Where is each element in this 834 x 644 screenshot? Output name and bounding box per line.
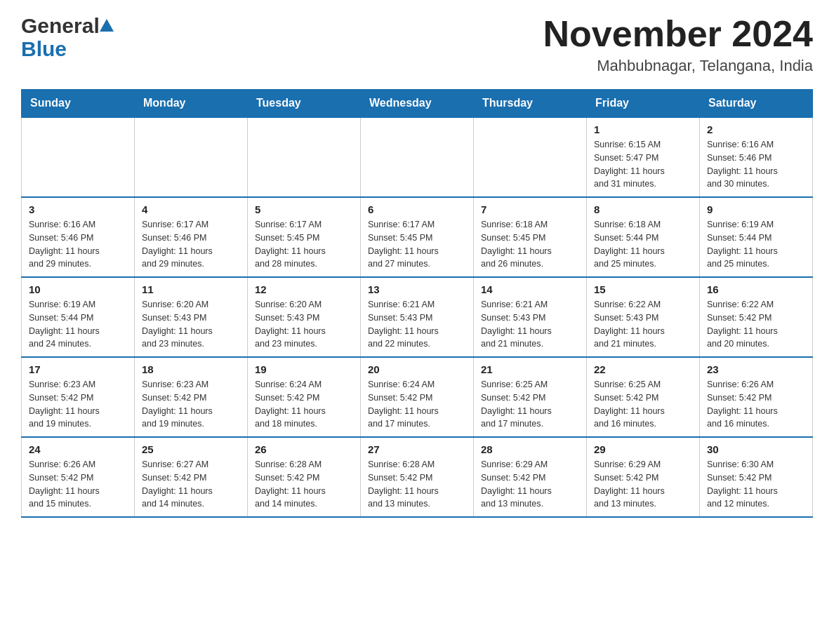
day-number: 11 [142, 283, 240, 295]
day-info: Sunrise: 6:16 AMSunset: 5:46 PMDaylight:… [29, 218, 127, 271]
svg-marker-0 [100, 19, 114, 32]
calendar-cell: 26Sunrise: 6:28 AMSunset: 5:42 PMDayligh… [248, 437, 361, 517]
calendar-cell: 13Sunrise: 6:21 AMSunset: 5:43 PMDayligh… [361, 277, 474, 357]
calendar-cell: 10Sunrise: 6:19 AMSunset: 5:44 PMDayligh… [22, 277, 135, 357]
day-info: Sunrise: 6:22 AMSunset: 5:43 PMDaylight:… [594, 298, 692, 351]
day-number: 18 [142, 363, 240, 375]
weekday-header-monday: Monday [135, 90, 248, 118]
weekday-header-row: SundayMondayTuesdayWednesdayThursdayFrid… [22, 90, 813, 118]
day-number: 14 [481, 283, 579, 295]
day-number: 6 [368, 203, 466, 215]
day-number: 13 [368, 283, 466, 295]
calendar-cell: 1Sunrise: 6:15 AMSunset: 5:47 PMDaylight… [587, 117, 700, 197]
day-info: Sunrise: 6:29 AMSunset: 5:42 PMDaylight:… [481, 458, 579, 511]
calendar-cell [22, 117, 135, 197]
calendar-cell: 28Sunrise: 6:29 AMSunset: 5:42 PMDayligh… [474, 437, 587, 517]
calendar-week-row: 3Sunrise: 6:16 AMSunset: 5:46 PMDaylight… [22, 197, 813, 277]
day-info: Sunrise: 6:29 AMSunset: 5:42 PMDaylight:… [594, 458, 692, 511]
calendar-cell: 16Sunrise: 6:22 AMSunset: 5:42 PMDayligh… [700, 277, 813, 357]
day-info: Sunrise: 6:17 AMSunset: 5:46 PMDaylight:… [142, 218, 240, 271]
calendar-cell: 24Sunrise: 6:26 AMSunset: 5:42 PMDayligh… [22, 437, 135, 517]
weekday-header-thursday: Thursday [474, 90, 587, 118]
day-info: Sunrise: 6:17 AMSunset: 5:45 PMDaylight:… [255, 218, 353, 271]
calendar-cell: 19Sunrise: 6:24 AMSunset: 5:42 PMDayligh… [248, 357, 361, 437]
calendar-cell: 27Sunrise: 6:28 AMSunset: 5:42 PMDayligh… [361, 437, 474, 517]
day-number: 27 [368, 443, 466, 455]
day-info: Sunrise: 6:26 AMSunset: 5:42 PMDaylight:… [29, 458, 127, 511]
day-number: 28 [481, 443, 579, 455]
day-number: 12 [255, 283, 353, 295]
day-number: 3 [29, 203, 127, 215]
calendar-cell: 9Sunrise: 6:19 AMSunset: 5:44 PMDaylight… [700, 197, 813, 277]
day-info: Sunrise: 6:28 AMSunset: 5:42 PMDaylight:… [368, 458, 466, 511]
day-number: 22 [594, 363, 692, 375]
day-info: Sunrise: 6:20 AMSunset: 5:43 PMDaylight:… [142, 298, 240, 351]
day-info: Sunrise: 6:16 AMSunset: 5:46 PMDaylight:… [707, 138, 805, 191]
day-number: 25 [142, 443, 240, 455]
calendar-cell: 7Sunrise: 6:18 AMSunset: 5:45 PMDaylight… [474, 197, 587, 277]
calendar-cell: 3Sunrise: 6:16 AMSunset: 5:46 PMDaylight… [22, 197, 135, 277]
day-info: Sunrise: 6:28 AMSunset: 5:42 PMDaylight:… [255, 458, 353, 511]
calendar-cell: 20Sunrise: 6:24 AMSunset: 5:42 PMDayligh… [361, 357, 474, 437]
weekday-header-wednesday: Wednesday [361, 90, 474, 118]
day-info: Sunrise: 6:15 AMSunset: 5:47 PMDaylight:… [594, 138, 692, 191]
title-section: November 2024 Mahbubnagar, Telangana, In… [543, 14, 813, 75]
calendar-week-row: 17Sunrise: 6:23 AMSunset: 5:42 PMDayligh… [22, 357, 813, 437]
calendar-cell: 5Sunrise: 6:17 AMSunset: 5:45 PMDaylight… [248, 197, 361, 277]
calendar-cell [135, 117, 248, 197]
calendar-week-row: 1Sunrise: 6:15 AMSunset: 5:47 PMDaylight… [22, 117, 813, 197]
calendar-cell: 21Sunrise: 6:25 AMSunset: 5:42 PMDayligh… [474, 357, 587, 437]
day-number: 29 [594, 443, 692, 455]
weekday-header-saturday: Saturday [700, 90, 813, 118]
logo: General Blue [21, 14, 114, 61]
logo-blue-text: Blue [21, 37, 67, 60]
calendar-cell: 14Sunrise: 6:21 AMSunset: 5:43 PMDayligh… [474, 277, 587, 357]
day-number: 30 [707, 443, 805, 455]
calendar-cell: 29Sunrise: 6:29 AMSunset: 5:42 PMDayligh… [587, 437, 700, 517]
day-number: 1 [594, 123, 692, 135]
day-number: 26 [255, 443, 353, 455]
day-info: Sunrise: 6:18 AMSunset: 5:44 PMDaylight:… [594, 218, 692, 271]
calendar-week-row: 10Sunrise: 6:19 AMSunset: 5:44 PMDayligh… [22, 277, 813, 357]
calendar-table: SundayMondayTuesdayWednesdayThursdayFrid… [21, 89, 813, 518]
day-info: Sunrise: 6:26 AMSunset: 5:42 PMDaylight:… [707, 378, 805, 431]
month-title: November 2024 [543, 14, 813, 54]
day-info: Sunrise: 6:22 AMSunset: 5:42 PMDaylight:… [707, 298, 805, 351]
calendar-cell: 30Sunrise: 6:30 AMSunset: 5:42 PMDayligh… [700, 437, 813, 517]
day-number: 9 [707, 203, 805, 215]
day-number: 7 [481, 203, 579, 215]
day-number: 21 [481, 363, 579, 375]
calendar-cell: 18Sunrise: 6:23 AMSunset: 5:42 PMDayligh… [135, 357, 248, 437]
day-info: Sunrise: 6:25 AMSunset: 5:42 PMDaylight:… [594, 378, 692, 431]
day-info: Sunrise: 6:21 AMSunset: 5:43 PMDaylight:… [481, 298, 579, 351]
calendar-cell [248, 117, 361, 197]
day-info: Sunrise: 6:19 AMSunset: 5:44 PMDaylight:… [707, 218, 805, 271]
day-number: 23 [707, 363, 805, 375]
location-text: Mahbubnagar, Telangana, India [543, 57, 813, 75]
day-info: Sunrise: 6:19 AMSunset: 5:44 PMDaylight:… [29, 298, 127, 351]
day-info: Sunrise: 6:18 AMSunset: 5:45 PMDaylight:… [481, 218, 579, 271]
day-info: Sunrise: 6:23 AMSunset: 5:42 PMDaylight:… [29, 378, 127, 431]
day-info: Sunrise: 6:27 AMSunset: 5:42 PMDaylight:… [142, 458, 240, 511]
calendar-week-row: 24Sunrise: 6:26 AMSunset: 5:42 PMDayligh… [22, 437, 813, 517]
page-header: General Blue November 2024 Mahbubnagar, … [21, 14, 813, 75]
weekday-header-friday: Friday [587, 90, 700, 118]
calendar-cell: 11Sunrise: 6:20 AMSunset: 5:43 PMDayligh… [135, 277, 248, 357]
day-info: Sunrise: 6:30 AMSunset: 5:42 PMDaylight:… [707, 458, 805, 511]
calendar-cell: 6Sunrise: 6:17 AMSunset: 5:45 PMDaylight… [361, 197, 474, 277]
calendar-cell: 22Sunrise: 6:25 AMSunset: 5:42 PMDayligh… [587, 357, 700, 437]
day-number: 20 [368, 363, 466, 375]
day-number: 10 [29, 283, 127, 295]
day-number: 5 [255, 203, 353, 215]
calendar-cell: 12Sunrise: 6:20 AMSunset: 5:43 PMDayligh… [248, 277, 361, 357]
day-number: 24 [29, 443, 127, 455]
day-info: Sunrise: 6:24 AMSunset: 5:42 PMDaylight:… [255, 378, 353, 431]
day-number: 2 [707, 123, 805, 135]
weekday-header-sunday: Sunday [22, 90, 135, 118]
calendar-cell: 8Sunrise: 6:18 AMSunset: 5:44 PMDaylight… [587, 197, 700, 277]
day-number: 16 [707, 283, 805, 295]
day-info: Sunrise: 6:21 AMSunset: 5:43 PMDaylight:… [368, 298, 466, 351]
calendar-cell: 2Sunrise: 6:16 AMSunset: 5:46 PMDaylight… [700, 117, 813, 197]
calendar-cell: 17Sunrise: 6:23 AMSunset: 5:42 PMDayligh… [22, 357, 135, 437]
calendar-cell: 23Sunrise: 6:26 AMSunset: 5:42 PMDayligh… [700, 357, 813, 437]
